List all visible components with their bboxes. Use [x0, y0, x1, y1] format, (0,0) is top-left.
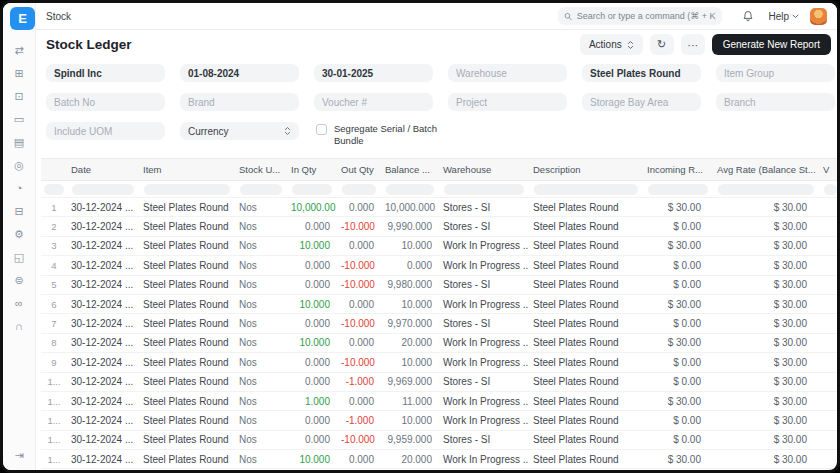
table-row[interactable]: 630-12-2024 ...Steel Plates RoundNos10.0…	[41, 294, 839, 313]
table-row[interactable]: 1...30-12-2024 ...Steel Plates RoundNos0…	[41, 430, 839, 449]
in-qty-cell: 0.000	[287, 353, 337, 372]
column-filter-input[interactable]	[292, 184, 332, 195]
storage-bay-area-filter[interactable]	[582, 93, 701, 111]
expand-sidebar-icon[interactable]: ⇥	[3, 449, 35, 462]
column-filter-input[interactable]	[72, 184, 134, 195]
folder-icon[interactable]: ◱	[12, 251, 27, 264]
actions-button[interactable]: Actions	[580, 34, 643, 55]
breadcrumb[interactable]: Stock	[46, 11, 71, 22]
in-qty-cell: 0.000	[287, 372, 337, 391]
column-header-stock-u[interactable]: Stock U...	[235, 159, 287, 181]
row-number: 1...	[41, 391, 67, 410]
row-number: 8	[41, 333, 67, 352]
link-icon[interactable]: ∞	[12, 297, 27, 310]
search-input[interactable]	[577, 11, 717, 21]
column-header-date[interactable]: Date	[67, 159, 139, 181]
column-filter-input[interactable]	[718, 184, 814, 195]
column-header-out-qty[interactable]: Out Qty	[337, 159, 381, 181]
table-row[interactable]: 1...30-12-2024 ...Steel Plates RoundNos1…	[41, 450, 839, 469]
item-filter[interactable]	[582, 64, 701, 82]
column-filter-input[interactable]	[44, 184, 64, 195]
in-qty-cell: 0.000	[287, 314, 337, 333]
warehouse-cell: Work In Progress ...	[439, 411, 529, 430]
settings-icon[interactable]: ⚙	[12, 228, 27, 241]
table-row[interactable]: 1...30-12-2024 ...Steel Plates RoundNos0…	[41, 411, 839, 430]
printer-icon[interactable]: ⊟	[12, 205, 27, 218]
apps-icon[interactable]: ⊞	[12, 67, 27, 80]
database-icon[interactable]: ⊜	[12, 274, 27, 287]
batch-no-filter[interactable]	[46, 93, 165, 111]
column-filter-input[interactable]	[824, 184, 837, 195]
voucher-filter[interactable]	[314, 93, 433, 111]
column-header-description[interactable]: Description	[529, 159, 643, 181]
column-filter-input[interactable]	[386, 184, 434, 195]
checkbox-box[interactable]	[316, 124, 327, 135]
refresh-button[interactable]: ↻	[650, 34, 674, 55]
user-avatar[interactable]	[810, 8, 827, 25]
column-header-in-qty[interactable]: In Qty	[287, 159, 337, 181]
company-filter[interactable]	[46, 64, 165, 82]
column-filter-input[interactable]	[144, 184, 230, 195]
table-row[interactable]: 1...30-12-2024 ...Steel Plates RoundNos1…	[41, 391, 839, 410]
column-header-balance[interactable]: Balance ...	[381, 159, 439, 181]
clipped-cell	[819, 275, 839, 294]
headphones-icon[interactable]: ∩	[12, 320, 27, 333]
column-header-rownum[interactable]	[41, 159, 67, 181]
table-row[interactable]: 1...30-12-2024 ...Steel Plates RoundNos0…	[41, 372, 839, 391]
card-icon[interactable]: ▭	[12, 113, 27, 126]
notification-bell-icon[interactable]	[742, 10, 754, 22]
brand-filter[interactable]	[180, 93, 299, 111]
balance-cell: 10,000.000	[381, 198, 439, 217]
description-cell: Steel Plates Round	[529, 411, 643, 430]
uom-cell: Nos	[235, 411, 287, 430]
table-row[interactable]: 530-12-2024 ...Steel Plates RoundNos0.00…	[41, 275, 839, 294]
uom-cell: Nos	[235, 217, 287, 236]
table-row[interactable]: 430-12-2024 ...Steel Plates RoundNos0.00…	[41, 256, 839, 275]
table-row[interactable]: 230-12-2024 ...Steel Plates RoundNos0.00…	[41, 217, 839, 236]
from-date-filter[interactable]	[180, 64, 299, 82]
column-filter-input[interactable]	[648, 184, 708, 195]
column-header-item[interactable]: Item	[139, 159, 235, 181]
segregate-serial-batch-checkbox[interactable]: Segregate Serial / Batch Bundle	[316, 123, 462, 148]
column-header-avg-rate-balance-st[interactable]: Avg Rate (Balance St...	[713, 159, 819, 181]
table-row[interactable]: 930-12-2024 ...Steel Plates RoundNos0.00…	[41, 353, 839, 372]
avg-rate-cell: $ 30.00	[713, 217, 819, 236]
row-number: 1...	[41, 372, 67, 391]
column-filter-input[interactable]	[240, 184, 282, 195]
pie-chart-icon[interactable]: ◔	[12, 182, 27, 195]
date-cell: 30-12-2024 ...	[67, 372, 139, 391]
to-date-filter[interactable]	[314, 64, 433, 82]
more-options-button[interactable]: ···	[681, 34, 705, 55]
globe-icon[interactable]: ◎	[12, 159, 27, 172]
branch-filter[interactable]	[716, 93, 835, 111]
table-row[interactable]: 130-12-2024 ...Steel Plates RoundNos10,0…	[41, 198, 839, 217]
currency-select[interactable]: Currency	[180, 122, 299, 140]
global-search[interactable]	[558, 7, 722, 25]
balance-cell: 10.000	[381, 353, 439, 372]
column-filter-input[interactable]	[444, 184, 524, 195]
item-group-filter[interactable]	[716, 64, 835, 82]
column-header-v[interactable]: V	[819, 159, 839, 181]
shortcuts-icon[interactable]: ⇄	[12, 44, 27, 57]
table-row[interactable]: 330-12-2024 ...Steel Plates RoundNos10.0…	[41, 236, 839, 255]
erpnext-logo[interactable]: E	[10, 7, 35, 30]
project-filter[interactable]	[448, 93, 567, 111]
column-filter-input[interactable]	[534, 184, 638, 195]
item-box-icon[interactable]: ⊡	[12, 90, 27, 103]
generate-new-report-button[interactable]: Generate New Report	[712, 34, 831, 55]
table-row[interactable]: 830-12-2024 ...Steel Plates RoundNos10.0…	[41, 333, 839, 352]
balance-cell: 9,959.000	[381, 430, 439, 449]
calendar-icon[interactable]: ▤	[12, 136, 27, 149]
out-qty-cell: -10.000	[337, 275, 381, 294]
column-header-warehouse[interactable]: Warehouse	[439, 159, 529, 181]
column-header-incoming-r[interactable]: Incoming R...	[643, 159, 713, 181]
incoming-rate-cell: $ 30.00	[643, 333, 713, 352]
help-menu[interactable]: Help	[768, 11, 799, 22]
table-row[interactable]: 730-12-2024 ...Steel Plates RoundNos0.00…	[41, 314, 839, 333]
include-uom-filter[interactable]	[46, 122, 165, 140]
out-qty-cell: -10.000	[337, 256, 381, 275]
item-cell: Steel Plates Round	[139, 450, 235, 469]
column-filter-input[interactable]	[342, 184, 376, 195]
in-qty-cell: 0.000	[287, 275, 337, 294]
warehouse-filter[interactable]	[448, 64, 567, 82]
